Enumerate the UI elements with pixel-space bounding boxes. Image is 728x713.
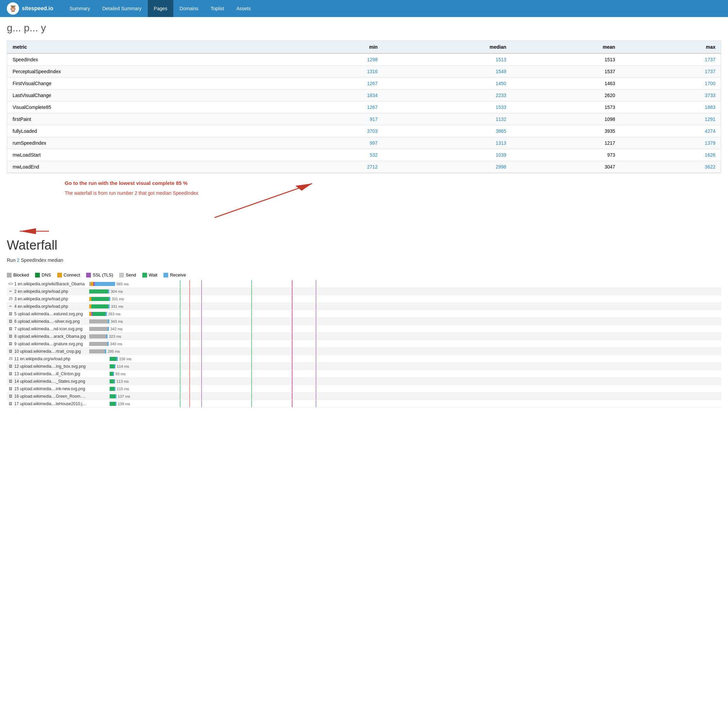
vline: [251, 310, 252, 317]
vline: [251, 333, 252, 340]
vline: [201, 280, 202, 287]
vline: [189, 295, 190, 302]
metric-min: 2712: [283, 161, 383, 173]
bar-area: 139 ms: [89, 400, 721, 407]
legend-color: [142, 273, 147, 277]
legend-label: Blocked: [13, 272, 29, 277]
vline: [180, 340, 181, 347]
nav-item-pages[interactable]: Pages: [148, 0, 174, 17]
timing-ms: 340 ms: [110, 342, 122, 346]
vline: [292, 310, 292, 317]
run-label-suffix: SpeedIndex median: [19, 257, 63, 263]
resource-name: 17 upload.wikimedia....teHouse2010.jpg: [14, 401, 89, 406]
vline: [292, 348, 292, 355]
vline: [189, 355, 190, 362]
nav-item-detailed-summary[interactable]: Detailed Summary: [96, 0, 148, 17]
resource-name: 6 upload.wikimedia....-silver.svg.png: [14, 319, 89, 324]
vline: [189, 400, 190, 407]
legend-item: SSL (TLS): [86, 272, 113, 277]
metric-max: 1883: [621, 101, 721, 113]
resource-type-icon: 🖼: [7, 349, 14, 353]
resource-type-icon: 🖼: [7, 312, 14, 316]
table-row: SpeedIndex 1298 1513 1513 1737: [7, 54, 721, 66]
metric-min: 997: [283, 137, 383, 149]
logo[interactable]: 🦉 sitespeed.io: [7, 2, 53, 15]
timing-bar: [110, 402, 116, 406]
timing-ms: 565 ms: [116, 282, 129, 286]
nav-item-summary[interactable]: Summary: [63, 0, 96, 17]
resource-name: 3 en.wikipedia.org/w/load.php: [14, 297, 89, 301]
vline: [292, 295, 292, 302]
waterfall-container: </>1 en.wikipedia.org/wiki/Barack_Obama5…: [7, 280, 721, 407]
vline: [201, 400, 202, 407]
vline: [180, 318, 181, 325]
vline: [292, 370, 292, 377]
waterfall-row: 🖼14 upload.wikimedia...._States.svg.png1…: [7, 377, 721, 385]
waterfall-row: 🖼16 upload.wikimedia....Green_Room.jpg13…: [7, 392, 721, 400]
waterfall-row: 🖼12 upload.wikimedia....ing_box.svg.png1…: [7, 362, 721, 370]
resource-name: 4 en.wikipedia.org/w/load.php: [14, 304, 89, 309]
bar-area: 565 ms: [89, 280, 721, 287]
metric-min: 917: [283, 113, 383, 125]
timing-ms: 331 ms: [111, 304, 123, 309]
vline: [316, 348, 316, 355]
vline: [292, 362, 292, 370]
col-header-metric: metric: [7, 41, 283, 54]
vline: [180, 392, 181, 400]
timing-bar: [89, 334, 107, 339]
bar-area: 340 ms: [89, 340, 721, 347]
nav-item-domains[interactable]: Domains: [173, 0, 204, 17]
metric-mean: 1513: [512, 54, 621, 66]
table-row: firstPaint 917 1132 1098 1291: [7, 113, 721, 125]
vline: [292, 400, 292, 407]
vline: [189, 370, 190, 377]
vline: [251, 340, 252, 347]
table-row: LastVisualChange 1834 2233 2620 3733: [7, 89, 721, 101]
vline: [316, 340, 316, 347]
legend-label: Connect: [64, 272, 80, 277]
timing-bar: [110, 372, 114, 376]
resource-name: 16 upload.wikimedia....Green_Room.jpg: [14, 394, 89, 399]
vline: [201, 355, 202, 362]
vline: [201, 318, 202, 325]
metric-name: LastVisualChange: [7, 89, 283, 101]
page-title: g... p... y: [0, 17, 728, 37]
bar-area: 295 ms: [89, 348, 721, 355]
resource-type-icon: 🖼: [7, 334, 14, 338]
resource-name: 13 upload.wikimedia....ill_Clinton.jpg: [14, 371, 89, 376]
nav-item-toplist[interactable]: Toplist: [204, 0, 231, 17]
vline: [201, 377, 202, 385]
vline: [189, 385, 190, 392]
legend-item: Send: [119, 272, 136, 277]
resource-name: 9 upload.wikimedia....gnature.svg.png: [14, 342, 89, 346]
resource-type-icon: 🖼: [7, 372, 14, 376]
timing-bar: [89, 304, 110, 309]
legend-item: Receive: [163, 272, 186, 277]
vline: [316, 303, 316, 310]
vline: [251, 362, 252, 370]
vline: [316, 295, 316, 302]
timing-bar: [110, 379, 115, 383]
metric-max: 1291: [621, 113, 721, 125]
timing-ms: 93 ms: [115, 372, 126, 376]
vline: [292, 280, 292, 287]
vline: [201, 370, 202, 377]
metric-min: 532: [283, 149, 383, 161]
vline: [316, 310, 316, 317]
resource-type-icon: 🖼: [7, 364, 14, 368]
legend-item: Blocked: [7, 272, 29, 277]
nav-item-assets[interactable]: Assets: [230, 0, 257, 17]
metric-name: SpeedIndex: [7, 54, 283, 66]
bar-area: 263 ms: [89, 310, 721, 317]
vline: [201, 348, 202, 355]
vline: [189, 377, 190, 385]
waterfall-row: 🖼13 upload.wikimedia....ill_Clinton.jpg9…: [7, 370, 721, 377]
timing-ms: 115 ms: [117, 387, 129, 391]
vline: [189, 333, 190, 340]
table-row: PerceptualSpeedIndex 1316 1549 1537 1737: [7, 66, 721, 78]
metric-max: 1737: [621, 54, 721, 66]
metric-median: 2998: [383, 161, 512, 173]
metric-median: 1313: [383, 137, 512, 149]
metric-max: 1379: [621, 137, 721, 149]
resource-name: 10 upload.wikimedia....rtrait_crop.jpg: [14, 349, 89, 354]
